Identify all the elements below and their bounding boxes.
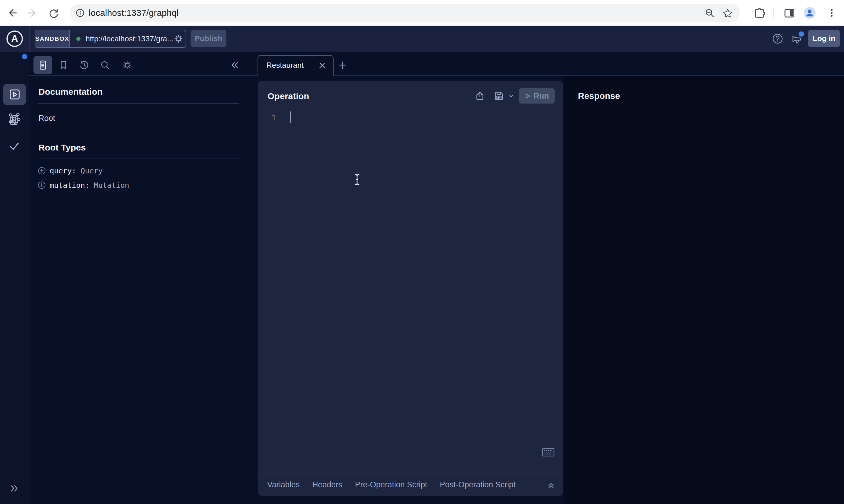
response-title: Response: [578, 91, 620, 101]
keyboard-shortcuts-icon[interactable]: [542, 448, 554, 456]
expand-rail-icon[interactable]: [10, 484, 19, 493]
collapse-panel-icon[interactable]: [230, 61, 239, 70]
field-type-link[interactable]: Query: [81, 167, 103, 175]
publish-button[interactable]: Publish: [191, 30, 226, 47]
tabstrip-divider: [29, 75, 258, 76]
field-name: query:: [50, 167, 76, 175]
toolbar-separator: [773, 7, 774, 18]
kebab-menu-icon[interactable]: [826, 7, 837, 18]
operation-panel: Operation Run 1 Variables Headers Pre-Op…: [258, 81, 563, 496]
response-panel: Response: [564, 76, 844, 504]
plus-circle-icon[interactable]: [38, 167, 46, 175]
connection-settings-gear-icon[interactable]: [174, 34, 184, 44]
checklist-icon: [8, 141, 20, 152]
endpoint-pill: SANDBOX http://localhost:1337/gra...: [35, 30, 186, 48]
text-caret: [290, 111, 291, 123]
save-chevron-down-icon[interactable]: [509, 94, 514, 98]
info-icon[interactable]: [76, 8, 85, 17]
explorer-icon: [8, 88, 21, 101]
docs-panel-title: Documentation: [38, 87, 103, 97]
extensions-icon[interactable]: [754, 7, 765, 19]
field-type-link[interactable]: Mutation: [94, 181, 129, 190]
tab-restaurant[interactable]: Restaurant: [258, 55, 333, 76]
profile-avatar[interactable]: [804, 7, 815, 19]
connection-status-dot: [76, 37, 81, 41]
editor-bottom-bar: Variables Headers Pre-Operation Script P…: [258, 473, 563, 496]
new-tab-plus-icon[interactable]: [338, 60, 347, 70]
line-number: 1: [269, 113, 276, 122]
browser-toolbar: localhost:1337/graphql: [0, 0, 844, 26]
notification-dot: [799, 31, 804, 37]
docs-tab-documentation[interactable]: [33, 56, 52, 74]
operation-title: Operation: [268, 91, 309, 101]
root-type-query-row[interactable]: query: Query: [38, 167, 103, 175]
apollo-logo[interactable]: A: [6, 31, 23, 47]
divider: [38, 103, 239, 104]
login-button[interactable]: Log in: [808, 30, 840, 47]
apollo-toolbar: A SANDBOX http://localhost:1337/gra... P…: [0, 26, 844, 52]
changelog-icon: [8, 114, 20, 126]
toolbar-divider: [29, 26, 30, 52]
history-icon[interactable]: [79, 60, 89, 70]
back-icon[interactable]: [6, 6, 19, 19]
root-type-mutation-row[interactable]: mutation: Mutation: [38, 181, 129, 189]
left-nav-rail: [0, 52, 29, 504]
field-name: mutation:: [50, 181, 89, 190]
url-bar[interactable]: localhost:1337/graphql: [70, 4, 740, 22]
content-area: Restaurant Documentation Root Root Types…: [29, 52, 844, 504]
reload-icon[interactable]: [47, 6, 60, 19]
sandbox-badge: SANDBOX: [35, 30, 70, 47]
forward-icon[interactable]: [26, 6, 39, 19]
save-icon[interactable]: [494, 91, 504, 101]
ibeam-cursor: [353, 173, 361, 186]
help-icon[interactable]: [772, 33, 783, 44]
star-icon[interactable]: [722, 8, 733, 18]
url-text[interactable]: localhost:1337/graphql: [89, 4, 178, 22]
tab-variables[interactable]: Variables: [267, 480, 300, 489]
plus-circle-icon[interactable]: [38, 181, 46, 189]
sidebar-item-explorer[interactable]: [3, 84, 26, 105]
docs-root-link[interactable]: Root: [38, 114, 55, 123]
play-icon: [525, 93, 531, 99]
tab-title: Restaurant: [266, 56, 304, 74]
graph-notification-dot: [22, 54, 27, 59]
search-icon[interactable]: [100, 60, 110, 70]
gutter-divider: [273, 122, 273, 147]
endpoint-url-input[interactable]: http://localhost:1337/gra...: [86, 34, 174, 43]
root-types-title: Root Types: [38, 143, 86, 152]
sidebar-item-checks[interactable]: [8, 141, 20, 152]
tab-pre-operation-script[interactable]: Pre-Operation Script: [355, 480, 427, 489]
apollo-logo-letter: A: [11, 33, 18, 44]
tab-headers[interactable]: Headers: [312, 480, 342, 489]
bookmark-icon[interactable]: [58, 60, 68, 70]
tab-post-operation-script[interactable]: Post-Operation Script: [440, 480, 516, 489]
close-tab-icon[interactable]: [318, 61, 326, 69]
share-icon[interactable]: [475, 91, 485, 101]
run-button[interactable]: Run: [519, 88, 555, 104]
collapse-up-icon[interactable]: [547, 481, 555, 489]
settings-gear-icon[interactable]: [122, 60, 132, 70]
side-panel-icon[interactable]: [783, 7, 795, 19]
zoom-out-icon[interactable]: [705, 8, 715, 18]
document-icon: [38, 60, 48, 70]
sidebar-item-changelog[interactable]: [8, 114, 20, 126]
divider: [38, 158, 239, 158]
